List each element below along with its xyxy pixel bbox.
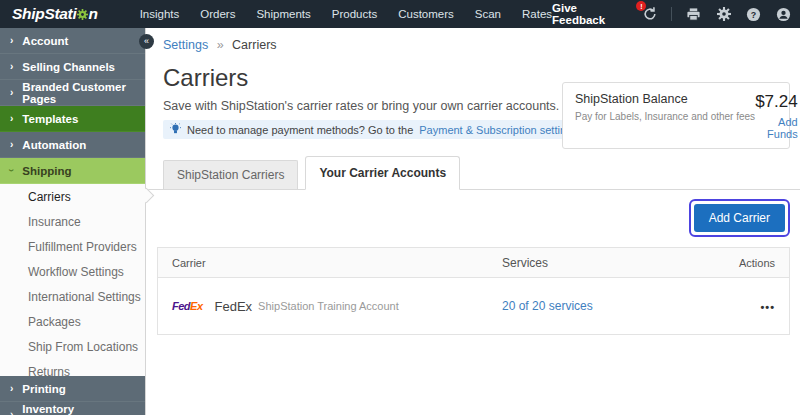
carriers-tabbar: ShipStation Carriers Your Carrier Accoun…	[147, 156, 800, 190]
table-row: FedEx FedEx ShipStation Training Account…	[158, 278, 789, 334]
settings-sidebar: › Account › Selling Channels › Branded C…	[0, 28, 146, 415]
help-icon[interactable]: ?	[745, 5, 762, 23]
sidebar-item-automation[interactable]: › Automation	[0, 132, 145, 158]
logo-text-suffix: n	[88, 5, 97, 23]
balance-card: ShipStation Balance Pay for Labels, Insu…	[562, 82, 790, 149]
tab-shipstation-carriers[interactable]: ShipStation Carriers	[163, 160, 298, 189]
printer-icon[interactable]	[685, 5, 702, 23]
sidebar-item-inventory-management[interactable]: › Inventory Management	[0, 402, 145, 415]
sidebar-item-shipping[interactable]: › Shipping	[0, 158, 145, 184]
nav-insights[interactable]: Insights	[140, 8, 180, 20]
balance-amount: $7.24	[755, 92, 798, 112]
balance-title: ShipStation Balance	[575, 92, 755, 106]
chevron-down-icon: ›	[6, 169, 18, 172]
nav-scan[interactable]: Scan	[475, 8, 501, 20]
sidebar-item-international-settings[interactable]: International Settings	[0, 284, 145, 309]
breadcrumb-settings-link[interactable]: Settings	[163, 38, 208, 52]
table-header-row: Carrier Services Actions	[158, 248, 789, 278]
logo-text-prefix: ShipStati	[12, 5, 76, 23]
row-actions-menu-icon[interactable]: •••	[760, 301, 775, 313]
payment-subscription-link[interactable]: Payment & Subscription settings	[419, 124, 577, 136]
chevron-right-icon: ›	[10, 382, 13, 394]
payment-tip-banner: Need to manage payment methods? Go to th…	[163, 120, 588, 139]
gear-icon[interactable]	[715, 5, 732, 23]
sidebar-item-packages[interactable]: Packages	[0, 309, 145, 334]
account-icon[interactable]	[775, 5, 792, 23]
sidebar-item-insurance[interactable]: Insurance	[0, 209, 145, 234]
chevron-right-icon: ›	[10, 60, 13, 72]
chevron-right-icon: ›	[10, 408, 13, 415]
carriers-table: Carrier Services Actions FedEx FedEx Shi…	[157, 247, 790, 335]
sidebar-item-returns[interactable]: Returns	[0, 359, 145, 376]
sidebar-item-carriers[interactable]: Carriers	[0, 184, 145, 209]
breadcrumb: Settings » Carriers	[147, 28, 800, 52]
sidebar-item-label: Inventory Management	[22, 403, 145, 415]
column-header-services: Services	[502, 256, 717, 270]
tip-text: Need to manage payment methods? Go to th…	[187, 124, 413, 136]
nav-customers[interactable]: Customers	[398, 8, 454, 20]
refresh-icon[interactable]: !	[641, 5, 658, 23]
sidebar-item-label: Shipping	[22, 165, 71, 177]
balance-description: Pay for Labels, Insurance and other fees	[575, 111, 755, 122]
sidebar-item-fulfillment-providers[interactable]: Fulfillment Providers	[0, 234, 145, 259]
svg-text:?: ?	[751, 9, 756, 19]
add-carrier-focus-ring: Add Carrier	[689, 199, 790, 237]
sidebar-item-label: Printing	[22, 383, 65, 395]
chevron-right-icon: ›	[10, 138, 13, 150]
carrier-account-label: ShipStation Training Account	[258, 300, 399, 312]
nav-products[interactable]: Products	[332, 8, 377, 20]
breadcrumb-separator: »	[217, 38, 224, 52]
sidebar-item-account[interactable]: › Account	[0, 28, 145, 54]
sidebar-item-label: Selling Channels	[22, 61, 115, 73]
chevron-right-icon: ›	[10, 34, 13, 46]
shipstation-logo[interactable]: ShipStati n	[12, 5, 98, 23]
add-funds-link[interactable]: Add Funds	[755, 116, 798, 140]
sidebar-item-label: Automation	[22, 139, 86, 151]
nav-orders[interactable]: Orders	[200, 8, 235, 20]
sidebar-item-selling-channels[interactable]: › Selling Channels	[0, 54, 145, 80]
main-content: Settings » Carriers Carriers Save with S…	[147, 28, 800, 415]
chevron-right-icon: ›	[10, 86, 13, 98]
nav-shipments[interactable]: Shipments	[256, 8, 310, 20]
fedex-logo-fed: Fed	[172, 300, 190, 312]
breadcrumb-current: Carriers	[232, 38, 276, 52]
nav-rates[interactable]: Rates	[522, 8, 552, 20]
sidebar-item-ship-from-locations[interactable]: Ship From Locations	[0, 334, 145, 359]
fedex-logo: FedEx	[172, 300, 203, 312]
top-bar: ShipStati n Insights Orders Shipments Pr…	[0, 0, 800, 28]
sidebar-item-label: Branded Customer Pages	[22, 81, 145, 105]
sidebar-item-label: Account	[22, 35, 68, 47]
give-feedback-link[interactable]: Give Feedback	[552, 2, 628, 26]
toolbar: Add Carrier	[157, 199, 790, 237]
shipping-submenu: Carriers Insurance Fulfillment Providers…	[0, 184, 145, 376]
sidebar-item-label: Templates	[22, 113, 78, 125]
sidebar-item-printing[interactable]: › Printing	[0, 376, 145, 402]
top-nav: Insights Orders Shipments Products Custo…	[140, 8, 552, 20]
sidebar-item-templates[interactable]: › Templates	[0, 106, 145, 132]
sidebar-item-workflow-settings[interactable]: Workflow Settings	[0, 259, 145, 284]
add-carrier-button[interactable]: Add Carrier	[694, 204, 785, 232]
tab-your-carrier-accounts[interactable]: Your Carrier Accounts	[305, 156, 460, 190]
carrier-name: FedEx	[215, 299, 253, 314]
fedex-logo-ex: Ex	[190, 300, 202, 312]
topbar-divider	[671, 7, 672, 21]
chevron-right-icon: ›	[10, 112, 13, 124]
services-link[interactable]: 20 of 20 services	[502, 299, 593, 313]
column-header-carrier: Carrier	[158, 257, 502, 269]
column-header-actions: Actions	[717, 257, 789, 269]
lightbulb-icon	[170, 123, 181, 136]
gear-logo-icon	[77, 9, 88, 20]
sidebar-collapse-button[interactable]: «	[139, 34, 154, 49]
sidebar-item-branded-customer-pages[interactable]: › Branded Customer Pages	[0, 80, 145, 106]
